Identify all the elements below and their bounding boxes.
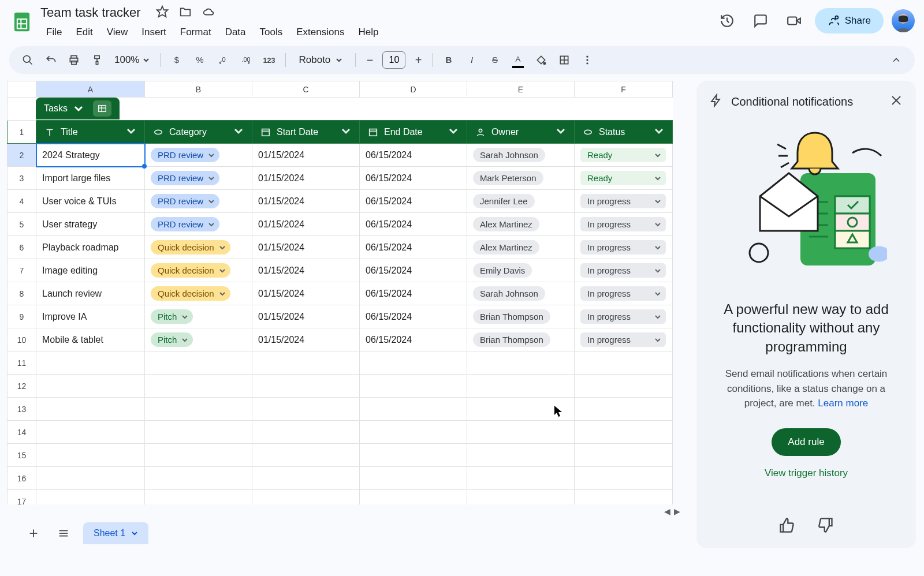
cell-end-date[interactable]: 06/15/2024 xyxy=(360,167,467,190)
empty-cell[interactable] xyxy=(36,490,145,505)
cell-start-date[interactable]: 01/15/2024 xyxy=(252,259,360,282)
cell-status[interactable]: In progress xyxy=(575,236,673,259)
add-rule-button[interactable]: Add rule xyxy=(772,428,840,456)
cell-owner[interactable]: Sarah Johnson xyxy=(467,144,575,167)
cell-status[interactable]: In progress xyxy=(575,190,673,213)
cell-owner[interactable]: Alex Martinez xyxy=(467,213,575,236)
cell-title[interactable]: Import large files xyxy=(36,167,145,190)
cell-end-date[interactable]: 06/15/2024 xyxy=(360,259,467,282)
cell-end-date[interactable]: 06/15/2024 xyxy=(360,282,467,305)
empty-cell[interactable] xyxy=(145,490,252,505)
empty-cell[interactable] xyxy=(575,467,673,490)
meet-icon[interactable] xyxy=(781,8,807,33)
font-select[interactable]: Roboto xyxy=(292,54,349,66)
empty-cell[interactable] xyxy=(467,375,575,398)
cloud-status-icon[interactable] xyxy=(202,5,215,20)
cell-status[interactable]: In progress xyxy=(575,282,673,305)
star-icon[interactable] xyxy=(156,5,169,20)
currency-icon[interactable]: $ xyxy=(166,50,187,70)
cell-title[interactable]: Launch review xyxy=(36,282,145,305)
cell-start-date[interactable]: 01/15/2024 xyxy=(252,167,360,190)
empty-cell[interactable] xyxy=(467,444,575,467)
menu-view[interactable]: View xyxy=(101,23,134,42)
cell-title[interactable]: User voice & TUIs xyxy=(36,190,145,213)
collapse-toolbar-icon[interactable] xyxy=(886,50,907,70)
cell-status[interactable]: In progress xyxy=(575,305,673,328)
cell-owner[interactable]: Sarah Johnson xyxy=(467,282,575,305)
italic-icon[interactable]: I xyxy=(461,50,482,70)
empty-cell[interactable] xyxy=(575,421,673,444)
cell-end-date[interactable]: 06/15/2024 xyxy=(360,213,467,236)
cell-end-date[interactable]: 06/15/2024 xyxy=(360,144,467,167)
cell-title[interactable]: Image editing xyxy=(36,259,145,282)
col-header-D[interactable]: D xyxy=(360,81,467,98)
empty-cell[interactable] xyxy=(36,467,145,490)
empty-cell[interactable] xyxy=(145,375,252,398)
more-icon[interactable] xyxy=(577,50,598,70)
strikethrough-icon[interactable]: S xyxy=(485,50,505,70)
add-sheet-icon[interactable] xyxy=(23,523,44,544)
header-owner[interactable]: Owner xyxy=(473,126,568,139)
empty-cell[interactable] xyxy=(360,351,467,375)
empty-cell[interactable] xyxy=(360,444,467,467)
header-start[interactable]: Start Date xyxy=(258,126,353,139)
cell-status[interactable]: In progress xyxy=(575,259,673,282)
cell-start-date[interactable]: 01/15/2024 xyxy=(252,190,360,213)
cell-title[interactable]: Playback roadmap xyxy=(36,236,145,259)
empty-cell[interactable] xyxy=(360,398,467,421)
cell-category[interactable]: Quick decision xyxy=(145,236,252,259)
menu-tools[interactable]: Tools xyxy=(254,23,289,42)
empty-cell[interactable] xyxy=(145,444,252,467)
learn-more-link[interactable]: Learn more xyxy=(818,398,868,409)
text-color-icon[interactable]: A xyxy=(508,50,528,70)
cell-title[interactable]: Mobile & tablet xyxy=(36,328,145,351)
cell-category[interactable]: Quick decision xyxy=(145,259,252,282)
empty-cell[interactable] xyxy=(36,351,145,375)
print-icon[interactable] xyxy=(64,50,84,70)
header-status[interactable]: Status xyxy=(580,126,666,139)
decrease-decimal-icon[interactable]: .0 xyxy=(213,50,233,70)
header-title[interactable]: Title xyxy=(42,126,139,139)
search-icon[interactable] xyxy=(17,50,38,70)
cell-start-date[interactable]: 01/15/2024 xyxy=(252,282,360,305)
empty-cell[interactable] xyxy=(252,398,360,421)
move-icon[interactable] xyxy=(179,5,192,20)
decrease-font-icon[interactable]: − xyxy=(362,52,378,68)
borders-icon[interactable] xyxy=(554,50,575,70)
cell-end-date[interactable]: 06/15/2024 xyxy=(360,305,467,328)
menu-format[interactable]: Format xyxy=(174,23,217,42)
cell-owner[interactable]: Mark Peterson xyxy=(467,167,575,190)
table-view-icon[interactable] xyxy=(93,100,111,117)
empty-cell[interactable] xyxy=(575,490,673,505)
cell-title[interactable]: Improve IA xyxy=(36,305,145,328)
empty-cell[interactable] xyxy=(467,398,575,421)
thumbs-up-icon[interactable] xyxy=(778,517,795,536)
empty-cell[interactable] xyxy=(252,351,360,375)
cell-owner[interactable]: Alex Martinez xyxy=(467,236,575,259)
col-header-B[interactable]: B xyxy=(145,81,252,98)
col-header-F[interactable]: F xyxy=(575,81,673,98)
col-header-A[interactable]: A xyxy=(36,81,145,98)
comment-icon[interactable] xyxy=(748,8,773,33)
cell-status[interactable]: Ready xyxy=(575,144,673,167)
menu-data[interactable]: Data xyxy=(219,23,252,42)
empty-cell[interactable] xyxy=(252,490,360,505)
empty-cell[interactable] xyxy=(575,444,673,467)
empty-cell[interactable] xyxy=(467,490,575,505)
fill-color-icon[interactable] xyxy=(531,50,552,70)
empty-cell[interactable] xyxy=(252,444,360,467)
header-category[interactable]: Category xyxy=(151,126,246,139)
empty-cell[interactable] xyxy=(467,351,575,375)
cell-category[interactable]: Pitch xyxy=(145,328,252,351)
empty-cell[interactable] xyxy=(145,467,252,490)
empty-cell[interactable] xyxy=(360,467,467,490)
empty-cell[interactable] xyxy=(575,375,673,398)
empty-cell[interactable] xyxy=(575,398,673,421)
cell-end-date[interactable]: 06/15/2024 xyxy=(360,328,467,351)
empty-cell[interactable] xyxy=(360,375,467,398)
empty-cell[interactable] xyxy=(145,421,252,444)
view-history-link[interactable]: View trigger history xyxy=(709,467,903,479)
sheet-tab[interactable]: Sheet 1 xyxy=(83,522,148,544)
bold-icon[interactable]: B xyxy=(438,50,459,70)
font-size-input[interactable] xyxy=(382,51,405,69)
